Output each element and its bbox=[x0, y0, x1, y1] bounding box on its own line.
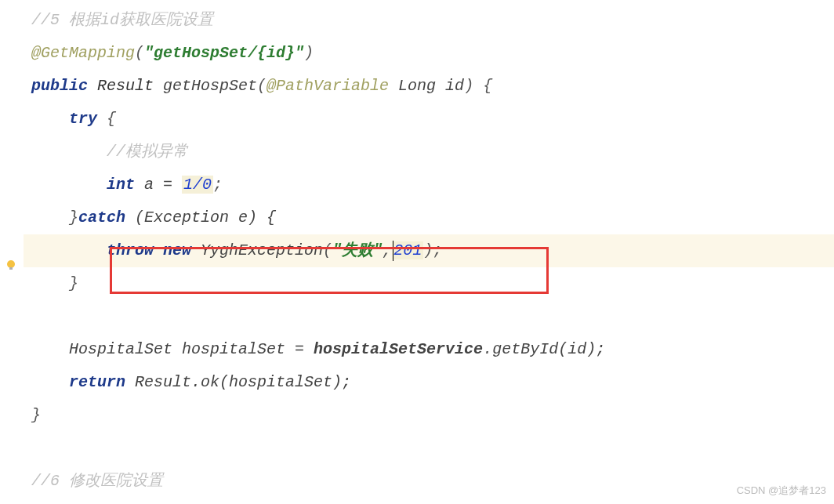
number-literal: 201 bbox=[393, 241, 422, 259]
code-line-blank bbox=[24, 432, 834, 465]
string-literal: "getHospSet/{id}" bbox=[144, 44, 304, 62]
keyword-try: try bbox=[69, 110, 97, 128]
svg-rect-1 bbox=[9, 267, 13, 270]
code-line: }catch (Exception e) { bbox=[24, 201, 834, 234]
keyword-new: new bbox=[154, 241, 191, 259]
code-line-blank bbox=[24, 300, 834, 333]
watermark: CSDN @追梦者123 bbox=[737, 484, 826, 498]
svg-point-0 bbox=[7, 260, 15, 268]
annotation: @PathVariable bbox=[267, 77, 389, 95]
lightbulb-icon[interactable] bbox=[5, 259, 17, 271]
editor-gutter bbox=[0, 0, 24, 504]
code-line: return Result.ok(hospitalSet); bbox=[24, 366, 834, 399]
annotation: @GetMapping bbox=[31, 44, 135, 62]
code-line: public Result getHospSet(@PathVariable L… bbox=[24, 70, 834, 103]
keyword-public: public bbox=[31, 77, 88, 95]
number-literal: 1/0 bbox=[183, 176, 212, 194]
code-line: //5 根据id获取医院设置 bbox=[24, 4, 834, 37]
code-line-active: throw new YyghException("失败",201); bbox=[24, 234, 834, 267]
code-editor[interactable]: //5 根据id获取医院设置 @GetMapping("getHospSet/{… bbox=[24, 0, 834, 498]
comment: //6 修改医院设置 bbox=[31, 472, 163, 490]
code-line: //模拟异常 bbox=[24, 136, 834, 169]
code-line: } bbox=[24, 399, 834, 432]
keyword-catch: catch bbox=[78, 208, 125, 227]
code-line: @GetMapping("getHospSet/{id}") bbox=[24, 37, 834, 70]
code-line: //6 修改医院设置 bbox=[24, 465, 834, 498]
string-literal: "失败" bbox=[332, 241, 383, 259]
comment: //5 根据id获取医院设置 bbox=[31, 11, 213, 29]
keyword-int: int bbox=[107, 176, 135, 194]
code-line: } bbox=[24, 267, 834, 300]
code-line: try { bbox=[24, 103, 834, 136]
keyword-throw: throw bbox=[107, 241, 154, 259]
comment: //模拟异常 bbox=[107, 143, 188, 161]
keyword-return: return bbox=[69, 373, 125, 391]
code-line: HospitalSet hospitalSet = hospitalSetSer… bbox=[24, 333, 834, 366]
code-line: int a = 1/0; bbox=[24, 169, 834, 201]
